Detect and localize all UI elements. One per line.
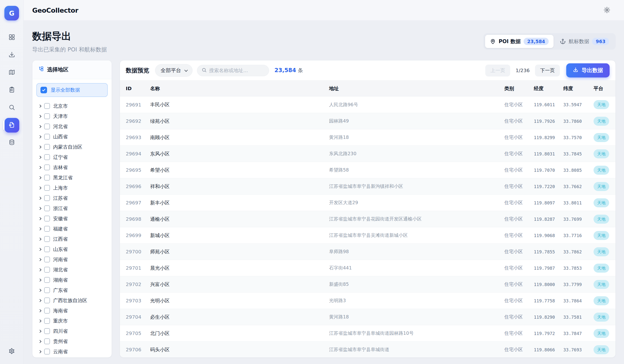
chevron-right-icon[interactable] bbox=[38, 227, 41, 230]
province-item[interactable]: 云南省 bbox=[35, 346, 109, 357]
chevron-right-icon[interactable] bbox=[38, 289, 41, 292]
table-row[interactable]: 29705北门小区江苏省盐城市阜宁县阜城街道园林路10号住宅小区119.7972… bbox=[120, 325, 616, 341]
chevron-right-icon[interactable] bbox=[38, 186, 41, 190]
province-checkbox[interactable] bbox=[44, 113, 50, 119]
nav-dashboard-button[interactable] bbox=[5, 30, 19, 45]
province-item[interactable]: 江苏省 bbox=[35, 193, 109, 203]
chevron-right-icon[interactable] bbox=[38, 104, 41, 108]
province-item[interactable]: 吉林省 bbox=[35, 162, 109, 172]
table-row[interactable]: 29692绿苑小区园林路49住宅小区119.792633.7860天地 bbox=[120, 113, 616, 129]
province-item[interactable]: 山东省 bbox=[35, 244, 109, 254]
platform-filter-select[interactable]: 全部平台 bbox=[155, 64, 193, 77]
province-checkbox[interactable] bbox=[44, 277, 50, 283]
chevron-right-icon[interactable] bbox=[38, 176, 41, 179]
province-checkbox[interactable] bbox=[44, 134, 50, 140]
chevron-right-icon[interactable] bbox=[38, 319, 41, 323]
table-row[interactable]: 29694东风小区东风北路230住宅小区119.803133.7845天地 bbox=[120, 146, 616, 162]
export-data-button[interactable]: 导出数据 bbox=[566, 63, 610, 77]
province-item[interactable]: 海南省 bbox=[35, 306, 109, 316]
poi-dataset-tab[interactable]: POI 数据 23,584 bbox=[485, 35, 554, 48]
province-checkbox[interactable] bbox=[44, 328, 50, 334]
chevron-right-icon[interactable] bbox=[38, 156, 41, 159]
province-checkbox[interactable] bbox=[44, 226, 50, 232]
chevron-right-icon[interactable] bbox=[38, 278, 41, 282]
table-row[interactable]: 29691丰民小区人民北路96号住宅小区119.601133.5947天地 bbox=[120, 97, 616, 113]
nav-search-button[interactable] bbox=[5, 100, 19, 115]
beacon-dataset-tab[interactable]: 航标数据 963 bbox=[555, 35, 614, 48]
nav-export-button[interactable] bbox=[5, 118, 19, 133]
province-item[interactable]: 浙江省 bbox=[35, 203, 109, 214]
prev-page-button[interactable]: 上一页 bbox=[485, 65, 510, 76]
province-item[interactable]: 湖北省 bbox=[35, 265, 109, 275]
chevron-right-icon[interactable] bbox=[38, 115, 41, 118]
chevron-right-icon[interactable] bbox=[38, 217, 41, 220]
province-item[interactable]: 四川省 bbox=[35, 326, 109, 336]
province-checkbox[interactable] bbox=[44, 195, 50, 201]
nav-map-button[interactable] bbox=[5, 65, 19, 80]
province-checkbox[interactable] bbox=[44, 185, 50, 191]
chevron-right-icon[interactable] bbox=[38, 309, 41, 312]
province-item[interactable]: 西藏自治区 bbox=[35, 357, 109, 357]
chevron-right-icon[interactable] bbox=[38, 268, 41, 271]
province-checkbox[interactable] bbox=[44, 175, 50, 181]
province-checkbox[interactable] bbox=[44, 287, 50, 293]
province-item[interactable]: 广西壮族自治区 bbox=[35, 295, 109, 306]
province-checkbox[interactable] bbox=[44, 339, 50, 344]
province-item[interactable]: 内蒙古自治区 bbox=[35, 142, 109, 152]
chevron-right-icon[interactable] bbox=[38, 207, 41, 210]
province-item[interactable]: 福建省 bbox=[35, 224, 109, 234]
province-item[interactable]: 贵州省 bbox=[35, 336, 109, 346]
province-checkbox[interactable] bbox=[44, 308, 50, 314]
province-item[interactable]: 黑龙江省 bbox=[35, 172, 109, 183]
chevron-right-icon[interactable] bbox=[38, 238, 41, 241]
province-item[interactable]: 上海市 bbox=[35, 183, 109, 193]
theme-toggle-button[interactable] bbox=[601, 5, 612, 16]
province-item[interactable]: 安徽省 bbox=[35, 214, 109, 224]
province-checkbox[interactable] bbox=[44, 297, 50, 303]
table-row[interactable]: 29698通榆小区江苏省盐城市阜宁县花园街道开发区通榆小区住宅小区119.828… bbox=[120, 211, 616, 227]
province-checkbox[interactable] bbox=[44, 257, 50, 262]
chevron-right-icon[interactable] bbox=[38, 166, 41, 169]
province-checkbox[interactable] bbox=[44, 318, 50, 324]
province-item[interactable]: 湖南省 bbox=[35, 275, 109, 285]
table-row[interactable]: 29699新城小区江苏省盐城市阜宁县吴滩街道新城小区住宅小区119.906833… bbox=[120, 227, 616, 243]
province-item[interactable]: 重庆市 bbox=[35, 316, 109, 326]
chevron-right-icon[interactable] bbox=[38, 258, 41, 261]
province-item[interactable]: 天津市 bbox=[35, 111, 109, 121]
chevron-right-icon[interactable] bbox=[38, 146, 41, 149]
province-checkbox[interactable] bbox=[44, 246, 50, 252]
chevron-right-icon[interactable] bbox=[38, 299, 41, 302]
search-input[interactable] bbox=[209, 68, 264, 73]
province-checkbox[interactable] bbox=[44, 236, 50, 242]
province-item[interactable]: 山西省 bbox=[35, 132, 109, 142]
table-row[interactable]: 29697新丰小区开发区大道29住宅小区119.809733.8011天地 bbox=[120, 194, 616, 211]
nav-tasks-button[interactable] bbox=[5, 83, 19, 97]
chevron-right-icon[interactable] bbox=[38, 248, 41, 251]
table-row[interactable]: 29706码头小区江苏省盐城市阜宁县阜城街道住宅小区119.806633.769… bbox=[120, 341, 616, 357]
chevron-right-icon[interactable] bbox=[38, 330, 41, 333]
show-all-data-checkbox[interactable]: 显示全部数据 bbox=[36, 83, 108, 97]
nav-collect-button[interactable] bbox=[5, 48, 19, 62]
table-row[interactable]: 29702兴富小区新盛街85住宅小区119.800033.7799天地 bbox=[120, 276, 616, 292]
province-item[interactable]: 广东省 bbox=[35, 285, 109, 295]
province-item[interactable]: 江西省 bbox=[35, 234, 109, 244]
nav-database-button[interactable] bbox=[5, 135, 19, 150]
province-checkbox[interactable] bbox=[44, 144, 50, 150]
table-row[interactable]: 29693南顾小区黄河路18住宅小区119.829933.7570天地 bbox=[120, 129, 616, 146]
province-item[interactable]: 北京市 bbox=[35, 101, 109, 111]
province-checkbox[interactable] bbox=[44, 216, 50, 221]
province-checkbox[interactable] bbox=[44, 103, 50, 109]
settings-button[interactable] bbox=[4, 344, 19, 359]
chevron-right-icon[interactable] bbox=[38, 350, 41, 353]
chevron-right-icon[interactable] bbox=[38, 197, 41, 200]
province-checkbox[interactable] bbox=[44, 154, 50, 160]
next-page-button[interactable]: 下一页 bbox=[535, 65, 560, 76]
province-item[interactable]: 辽宁省 bbox=[35, 152, 109, 162]
province-checkbox[interactable] bbox=[44, 123, 50, 129]
province-checkbox[interactable] bbox=[44, 349, 50, 355]
province-checkbox[interactable] bbox=[44, 205, 50, 211]
province-checkbox[interactable] bbox=[44, 267, 50, 273]
table-row[interactable]: 29695希望小区希望路58住宅小区119.707033.8085天地 bbox=[120, 162, 616, 178]
table-row[interactable]: 29703光明小区光明路3住宅小区119.775833.7864天地 bbox=[120, 292, 616, 309]
chevron-right-icon[interactable] bbox=[38, 340, 41, 343]
